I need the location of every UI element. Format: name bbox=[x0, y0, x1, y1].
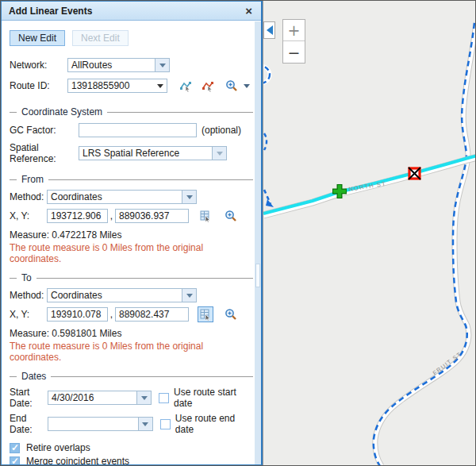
next-edit-button[interactable]: Next Edit bbox=[72, 30, 129, 46]
chevron-down-icon[interactable] bbox=[155, 59, 169, 71]
use-route-end-date-checkbox[interactable] bbox=[160, 419, 171, 429]
spatial-reference-label: Spatial Reference: bbox=[10, 142, 79, 164]
start-date-label: Start Date: bbox=[10, 387, 48, 409]
chevron-down-icon bbox=[212, 147, 226, 160]
end-date-value bbox=[48, 418, 138, 430]
add-linear-events-panel: Add Linear Events × New Edit Next Edit N… bbox=[1, 1, 263, 465]
from-method-label: Method: bbox=[10, 191, 47, 202]
to-measure-warning: The route measure is 0 Miles from the or… bbox=[10, 341, 253, 363]
scrollbar-thumb[interactable] bbox=[255, 264, 260, 287]
pick-to-coordinates-on-map-icon[interactable] bbox=[198, 306, 213, 322]
panel-title: Add Linear Events bbox=[9, 6, 92, 17]
new-edit-button[interactable]: New Edit bbox=[10, 30, 65, 46]
zoom-options-chevron-icon[interactable] bbox=[240, 84, 253, 88]
zoom-in-button[interactable]: + bbox=[283, 20, 305, 41]
from-measure-text: Measure: 0.4722178 Miles bbox=[10, 229, 253, 241]
network-value: AllRoutes bbox=[68, 59, 155, 71]
chevron-down-icon[interactable] bbox=[136, 391, 151, 404]
to-method-label: Method: bbox=[10, 290, 47, 301]
road-fill bbox=[375, 23, 476, 465]
road-label-north-st: NORTH ST bbox=[348, 180, 387, 193]
gc-factor-input[interactable] bbox=[79, 123, 197, 137]
pick-from-coordinates-on-map-icon[interactable] bbox=[198, 208, 213, 224]
end-date-dropdown[interactable] bbox=[48, 417, 153, 431]
application-window: Add Linear Events × New Edit Next Edit N… bbox=[0, 0, 476, 466]
merge-coincident-events-label: Merge coincident events bbox=[26, 456, 129, 464]
to-xy-label: X, Y: bbox=[10, 309, 47, 320]
use-route-start-date-label: Use route start date bbox=[174, 387, 253, 409]
xy-separator: , bbox=[108, 309, 115, 320]
to-x-input[interactable]: 193910.078 bbox=[47, 307, 108, 322]
use-route-end-date-label: Use route end date bbox=[175, 413, 253, 435]
panel-scrollbar[interactable] bbox=[255, 21, 261, 464]
route-id-value: 13918855900 bbox=[68, 79, 154, 92]
from-legend: From bbox=[10, 174, 253, 185]
to-legend: To bbox=[10, 272, 253, 283]
chevron-down-icon[interactable] bbox=[138, 418, 152, 430]
from-xy-label: X, Y: bbox=[10, 210, 47, 221]
option-row: Merge coincident events bbox=[10, 456, 253, 464]
chevron-down-icon[interactable] bbox=[182, 289, 196, 302]
gc-factor-label: GC Factor: bbox=[10, 125, 79, 136]
clear-route-selection-icon[interactable] bbox=[200, 78, 216, 94]
coordinate-system-legend: Coordinate System bbox=[10, 106, 253, 117]
zoom-to-to-point-icon[interactable] bbox=[223, 306, 239, 322]
start-date-value: 4/30/2016 bbox=[48, 391, 136, 404]
close-icon[interactable]: × bbox=[244, 5, 254, 17]
option-row: Retire overlaps bbox=[10, 442, 253, 453]
end-date-label: End Date: bbox=[10, 413, 48, 435]
panel-content: New Edit Next Edit Network: AllRoutes Ro… bbox=[2, 21, 253, 464]
gc-factor-optional-hint: (optional) bbox=[202, 125, 241, 136]
select-route-on-map-icon[interactable] bbox=[178, 78, 194, 94]
xy-separator: , bbox=[108, 210, 115, 221]
start-date-dropdown[interactable]: 4/30/2016 bbox=[48, 391, 152, 405]
route-id-dropdown[interactable]: 13918855900 bbox=[67, 79, 167, 93]
to-method-dropdown[interactable]: Coordinates bbox=[47, 288, 197, 302]
chevron-down-icon[interactable] bbox=[182, 191, 196, 203]
retire-overlaps-checkbox[interactable] bbox=[10, 443, 20, 453]
merge-coincident-events-checkbox[interactable] bbox=[10, 456, 20, 465]
to-measure-text: Measure: 0.5981801 Miles bbox=[10, 328, 253, 339]
stream-fragment bbox=[264, 133, 267, 150]
road-casing bbox=[375, 23, 476, 465]
from-y-input[interactable]: 889036.937 bbox=[115, 209, 189, 223]
route-id-label: Route ID: bbox=[10, 80, 67, 91]
zoom-out-button[interactable]: − bbox=[283, 41, 305, 63]
retire-overlaps-label: Retire overlaps bbox=[26, 442, 90, 453]
use-route-start-date-checkbox[interactable] bbox=[159, 393, 169, 403]
chevron-down-icon[interactable] bbox=[154, 79, 167, 92]
stream-arrowhead bbox=[266, 199, 274, 207]
collapse-panel-button[interactable] bbox=[263, 21, 275, 39]
spatial-reference-value: LRS Spatial Reference bbox=[79, 147, 212, 160]
zoom-to-from-point-icon[interactable] bbox=[223, 208, 239, 224]
network-dropdown[interactable]: AllRoutes bbox=[67, 58, 170, 72]
map-features: NORTH ST FRUIT ST bbox=[263, 1, 476, 465]
panel-titlebar: Add Linear Events × bbox=[2, 2, 261, 21]
collapse-arrow-icon bbox=[267, 25, 273, 35]
to-method-value: Coordinates bbox=[48, 289, 182, 302]
to-y-input[interactable]: 889082.437 bbox=[115, 307, 189, 322]
zoom-to-route-icon[interactable] bbox=[224, 78, 240, 94]
map-view[interactable]: NORTH ST FRUIT ST + − bbox=[263, 1, 476, 465]
zoom-control: + − bbox=[282, 19, 305, 64]
from-method-value: Coordinates bbox=[48, 191, 182, 203]
dates-legend: Dates bbox=[10, 371, 253, 382]
river-dashed-line bbox=[374, 23, 474, 465]
to-point-red-square-marker bbox=[409, 168, 420, 179]
from-x-input[interactable]: 193712.906 bbox=[47, 209, 108, 223]
from-measure-warning: The route measure is 0 Miles from the or… bbox=[10, 242, 253, 264]
spatial-reference-dropdown[interactable]: LRS Spatial Reference bbox=[79, 146, 227, 160]
from-method-dropdown[interactable]: Coordinates bbox=[47, 190, 197, 204]
network-label: Network: bbox=[10, 60, 67, 71]
